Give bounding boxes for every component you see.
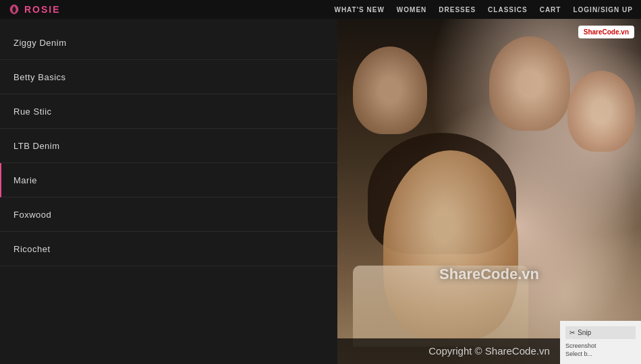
sidebar-item-betty-basics[interactable]: Betty Basics — [0, 60, 337, 94]
logo-text: ROSIE — [24, 4, 61, 15]
snippet-title: Snip — [578, 329, 591, 336]
nav-whats-new[interactable]: WHAT'S NEW — [334, 6, 384, 13]
nav-login[interactable]: LOGIN/SIGN UP — [573, 6, 633, 13]
person-2 — [489, 36, 570, 131]
nav-dresses[interactable]: DRESSES — [439, 6, 476, 13]
nav-links: WHAT'S NEW WOMEN DRESSES CLASSICS CART L… — [334, 6, 633, 13]
snippet-icon: ✂ — [569, 329, 575, 336]
copyright-text: Copyright © ShareCode.vn — [428, 345, 549, 357]
person-1 — [353, 47, 427, 134]
sidebar-item-ricochet[interactable]: Ricochet — [0, 232, 337, 266]
sidebar-item-rue-stiic[interactable]: Rue Stiic — [0, 94, 337, 129]
sidebar: Ziggy Denim Betty Basics Rue Stiic LTB D… — [0, 19, 337, 364]
logo-area: ROSIE — [8, 3, 61, 16]
sharecode-badge: ShareCode.vn — [578, 26, 634, 38]
snippet-header: ✂ Snip — [565, 326, 636, 339]
sidebar-item-ziggy-denim[interactable]: Ziggy Denim — [0, 26, 337, 60]
sidebar-item-foxwood[interactable]: Foxwood — [0, 198, 337, 232]
nav-women[interactable]: WOMEN — [397, 6, 426, 13]
sidebar-item-ltb-denim[interactable]: LTB Denim — [0, 129, 337, 163]
navbar: ROSIE WHAT'S NEW WOMEN DRESSES CLASSICS … — [0, 0, 641, 19]
main-container: Ziggy Denim Betty Basics Rue Stiic LTB D… — [0, 19, 641, 364]
rosie-logo-icon — [8, 3, 20, 16]
snippet-panel: ✂ Snip ScreenshotSelect b... — [560, 321, 641, 364]
person-3 — [567, 71, 635, 152]
nav-classics[interactable]: CLASSICS — [488, 6, 528, 13]
hero-photo: ShareCode.vn ShareCode.vn — [337, 19, 641, 364]
nav-cart[interactable]: CART — [540, 6, 561, 13]
image-panel: ShareCode.vn ShareCode.vn Copyright © Sh… — [337, 19, 641, 364]
image-watermark: ShareCode.vn — [439, 266, 539, 283]
sidebar-item-marie[interactable]: Marie — [0, 163, 337, 198]
snippet-content: ScreenshotSelect b... — [565, 342, 636, 359]
